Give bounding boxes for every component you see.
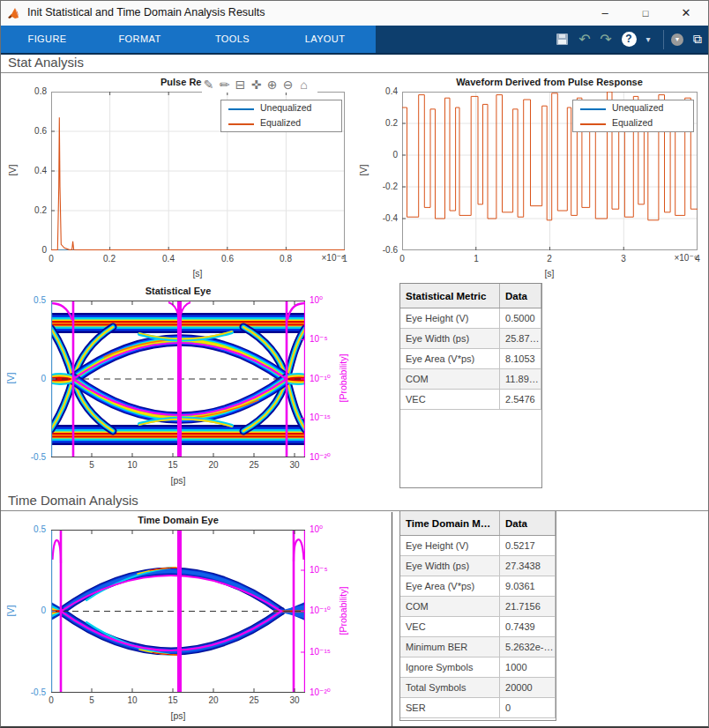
pulse-response-axes[interactable]: Pulse Response ✎ ✏ ⊟ ✜ ⊕ ⊖ ⌂ (51, 92, 345, 250)
help-icon[interactable]: ? (620, 30, 638, 48)
zoom-in-icon[interactable]: ⊕ (265, 78, 279, 92)
table-row: Eye Area (V*ps)9.0361 (400, 576, 556, 597)
x-tick-label: 0 (34, 695, 69, 705)
x-axis-label: [ps] (152, 710, 205, 721)
table-cell[interactable]: 0.5217 (500, 536, 556, 556)
table-cell[interactable]: 0.7439 (500, 617, 556, 637)
y2-tick-label: 10⁰ (310, 524, 323, 534)
collapse-icon[interactable]: ▾ (668, 30, 686, 48)
table-cell[interactable]: VEC (400, 617, 500, 637)
table-cell[interactable]: Total Symbols (400, 678, 500, 698)
table-cell[interactable]: 11.89… (500, 369, 541, 390)
statistical-eye-axes[interactable]: Statistical Eye (51, 301, 305, 457)
table-cell[interactable]: 5.2632e-… (500, 637, 556, 657)
time-domain-metrics-table[interactable]: Time Domain M…DataEye Height (V)0.5217Ey… (399, 510, 556, 721)
column-header[interactable]: Statistical Metric (400, 284, 500, 308)
column-header[interactable]: Time Domain M… (400, 511, 500, 536)
statistical-metrics-table[interactable]: Statistical MetricDataEye Height (V)0.50… (399, 283, 542, 488)
x-tick-label: 0 (384, 254, 420, 264)
redo-icon[interactable]: ↷ (597, 30, 615, 48)
x-tick-label: 15 (155, 695, 190, 705)
time-domain-analysis-header: Time Domain Analysis (1, 493, 708, 511)
help-caret-icon[interactable]: ▾ (641, 30, 655, 48)
y2-tick-label: 10⁻⁵ (310, 565, 328, 575)
table-row: Total Symbols20000 (400, 678, 556, 698)
save-icon[interactable] (553, 30, 571, 48)
column-header[interactable]: Data (500, 284, 541, 308)
y-tick-label: 0.5 (23, 295, 46, 305)
table-cell[interactable]: 8.1053 (500, 349, 541, 369)
y-tick-label: 0.4 (19, 166, 47, 175)
table-cell[interactable]: VEC (400, 390, 500, 410)
table-row: VEC0.7439 (400, 617, 556, 637)
unequalized-line-swatch (580, 108, 606, 110)
x-tick-label: 5 (74, 695, 109, 705)
y2-tick-label: 10⁻²⁰ (310, 687, 331, 697)
column-header[interactable]: Data (500, 511, 556, 536)
y2-tick-label: 10⁻²⁰ (310, 452, 331, 462)
y-tick-label: -0.4 (370, 213, 398, 223)
unequalized-line-swatch (228, 108, 254, 110)
table-cell[interactable]: 2.5476 (500, 390, 541, 410)
table-cell[interactable]: 0.5000 (500, 308, 541, 329)
tab-figure[interactable]: FIGURE (1, 26, 93, 53)
tab-tools[interactable]: TOOLS (186, 26, 279, 53)
table-cell[interactable]: COM (400, 597, 500, 617)
table-cell[interactable]: Eye Area (V*ps) (400, 349, 500, 369)
legend-label: Unequalized (260, 102, 311, 113)
waveform-axes[interactable]: Waveform Derived from Pulse Response 0.4… (402, 92, 698, 250)
waveform-title: Waveform Derived from Pulse Response (391, 77, 708, 87)
table-cell[interactable]: Eye Area (V*ps) (400, 576, 500, 597)
pan-icon[interactable]: ✜ (250, 78, 263, 92)
table-cell[interactable]: 1000 (500, 657, 556, 678)
table-cell[interactable]: 0 (500, 698, 556, 718)
y-axis-label: [V] (5, 362, 16, 394)
close-button[interactable]: ✕ (666, 1, 706, 26)
x-exponent-label: ×10⁻⁹ (659, 253, 698, 263)
tab-layout[interactable]: LAYOUT (279, 26, 371, 53)
titlebar: Init Statistical and Time Domain Analysi… (1, 1, 708, 26)
table-cell[interactable]: 20000 (500, 678, 556, 698)
time-domain-eye-axes[interactable]: Time Domain Eye (51, 530, 305, 693)
y2-axis-label: [Probability] (338, 580, 348, 642)
legend: Unequalized Equalized (220, 100, 342, 132)
table-cell[interactable]: Eye Width (ps) (400, 556, 500, 576)
brush-icon[interactable]: ✏ (218, 78, 231, 92)
legend-entry: Unequalized (573, 101, 693, 115)
zoom-out-icon[interactable]: ⊖ (281, 78, 295, 92)
toolbar-separator (662, 30, 664, 48)
x-tick-label: 25 (236, 460, 272, 470)
table-row: COM21.7156 (400, 597, 556, 617)
export-icon[interactable]: ✎ (202, 78, 215, 92)
table-cell[interactable]: Eye Width (ps) (400, 329, 500, 349)
table-cell[interactable]: SER (400, 698, 500, 718)
table-row: Ignore Symbols1000 (400, 657, 556, 678)
tab-format[interactable]: FORMAT (93, 26, 186, 53)
y-tick-label: 0.6 (19, 126, 47, 136)
table-cell[interactable]: 21.7156 (500, 597, 556, 617)
table-cell[interactable]: Eye Height (V) (400, 536, 500, 556)
table-row: Minimum BER5.2632e-… (400, 637, 556, 657)
copy-figure-icon[interactable]: ⧉ (689, 30, 706, 48)
table-cell[interactable]: Ignore Symbols (400, 657, 500, 678)
legend-label: Equalized (260, 117, 301, 128)
table-row: Eye Width (ps)27.3438 (400, 556, 556, 576)
table-cell[interactable]: Eye Height (V) (400, 308, 500, 329)
table-cell[interactable]: 25.87… (500, 329, 541, 349)
table-cell[interactable]: 27.3438 (500, 556, 556, 576)
table-cell[interactable]: COM (400, 369, 500, 390)
y2-axis-label: [Probability] (338, 347, 348, 409)
table-cell[interactable]: 9.0361 (500, 576, 556, 597)
window-title: Init Statistical and Time Domain Analysi… (27, 6, 265, 19)
minimize-button[interactable]: – (585, 1, 625, 26)
restore-view-icon[interactable]: ⌂ (297, 78, 310, 92)
stat-analysis-header: Stat Analysis (1, 55, 708, 73)
table-cell[interactable]: Minimum BER (400, 637, 500, 657)
undo-icon[interactable]: ↶ (576, 30, 593, 48)
table-row: Eye Area (V*ps)8.1053 (400, 349, 541, 369)
table-row: VEC2.5476 (400, 390, 541, 410)
x-tick-label: 20 (196, 695, 231, 705)
y2-tick-label: 10⁻⁵ (310, 334, 328, 344)
maximize-button[interactable]: □ (625, 1, 666, 26)
datatip-icon[interactable]: ⊟ (234, 78, 247, 92)
